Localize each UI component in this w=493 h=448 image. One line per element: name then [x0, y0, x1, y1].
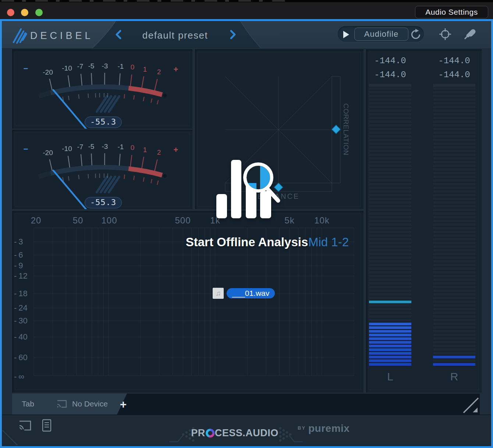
- svg-text:-20: -20: [43, 68, 53, 76]
- svg-text:−: −: [24, 144, 28, 154]
- meter-segment: [369, 348, 411, 351]
- meter-segment: [369, 216, 411, 218]
- zoom-button[interactable]: [35, 9, 43, 16]
- meter-segment: [433, 183, 475, 185]
- add-tab-button[interactable]: +: [120, 398, 127, 411]
- preset-name[interactable]: default preset: [142, 30, 208, 41]
- meter-segment: [433, 110, 475, 112]
- svg-text:0: 0: [131, 144, 135, 151]
- db-label: -3: [14, 237, 30, 247]
- meter-segment: [433, 337, 475, 340]
- svg-text:2: 2: [157, 68, 161, 76]
- meter-segment: [433, 161, 475, 163]
- process-audio-ring-icon: [206, 429, 214, 437]
- preset-next-icon[interactable]: [229, 29, 237, 40]
- meter-segment: [433, 132, 475, 134]
- meter-segment: [369, 165, 411, 167]
- rms-readout-left: -144.0: [369, 70, 411, 80]
- meter-segment: [369, 205, 411, 207]
- meter-segment: [369, 117, 411, 119]
- minimize-button[interactable]: [21, 9, 28, 16]
- db-label: -30: [14, 316, 30, 326]
- offline-analysis-icon[interactable]: [206, 154, 287, 222]
- meter-segment: [433, 304, 475, 307]
- meter-segment: [433, 205, 475, 207]
- meter-segment: [369, 260, 411, 262]
- meter-segment: [369, 319, 411, 321]
- start-offline-analysis-button[interactable]: Start Offline Analysis: [186, 235, 308, 249]
- svg-text:-3: -3: [102, 62, 108, 70]
- audiofile-button[interactable]: Audiofile: [354, 28, 408, 41]
- meter-segment: [369, 286, 411, 288]
- meter-segment: [369, 91, 411, 93]
- meter-segment: [433, 249, 475, 251]
- meter-segment: [369, 143, 411, 145]
- svg-text:-10: -10: [62, 64, 72, 72]
- meter-segment: [433, 330, 475, 332]
- freq-label: 10k: [314, 215, 330, 226]
- audio-file-icon: ♫: [213, 288, 224, 299]
- svg-text:1: 1: [143, 146, 147, 154]
- meter-segment: [369, 128, 411, 130]
- target-icon[interactable]: [439, 28, 452, 41]
- meter-segment: [433, 356, 475, 358]
- meter-segment: [369, 249, 411, 251]
- meter-segment: [433, 84, 475, 87]
- meter-segment: [433, 91, 475, 93]
- rms-readout-right: -144.0: [433, 70, 475, 80]
- meter-segment: [369, 150, 411, 152]
- meter-segment: [433, 223, 475, 226]
- resize-handle[interactable]: [462, 397, 479, 414]
- close-button[interactable]: [7, 9, 14, 16]
- eyedropper-icon[interactable]: [463, 28, 476, 41]
- db-label: -6: [14, 250, 30, 260]
- window-border-right: [491, 19, 493, 448]
- meter-segment: [433, 135, 475, 137]
- meter-segment: [433, 293, 475, 295]
- meter-segment: [369, 334, 411, 336]
- meter-segment: [369, 179, 411, 182]
- audio-file-chip[interactable]: ___01.wav: [227, 288, 275, 298]
- meter-segment: [433, 363, 475, 366]
- meter-segment: [433, 106, 475, 108]
- meter-segment: [369, 326, 411, 329]
- meter-segment: [369, 264, 411, 266]
- meter-segment: [369, 212, 411, 215]
- db-label: -12: [14, 271, 30, 281]
- device-status: No Device: [72, 399, 108, 408]
- meter-segment: [433, 312, 475, 314]
- svg-text:−: −: [24, 64, 28, 73]
- meter-segment: [433, 157, 475, 160]
- meter-segment: [369, 238, 411, 240]
- log-icon[interactable]: [41, 419, 52, 433]
- reload-icon[interactable]: [410, 29, 422, 40]
- title-bar: Audio Settings: [0, 2, 493, 19]
- meter-segment: [369, 187, 411, 189]
- meter-segment: [433, 113, 475, 115]
- meter-segment: [433, 301, 475, 303]
- meter-segment: [369, 253, 411, 255]
- preset-prev-icon[interactable]: [114, 29, 123, 40]
- correlation-marker: [332, 125, 341, 134]
- meter-segment: [369, 290, 411, 292]
- meter-segment: [369, 293, 411, 295]
- freq-label: 100: [101, 215, 117, 226]
- meter-segment: [433, 209, 475, 211]
- play-button[interactable]: [343, 31, 350, 39]
- meter-segment: [369, 323, 411, 325]
- meter-segment: [369, 139, 411, 141]
- svg-text:-7: -7: [77, 143, 84, 151]
- meter-segment: [433, 334, 475, 336]
- meter-segment: [433, 172, 475, 174]
- meter-segment: [369, 172, 411, 174]
- svg-text:-3: -3: [102, 143, 108, 150]
- meter-segment: [369, 84, 411, 87]
- tab-active[interactable]: Tab No Device: [12, 394, 127, 415]
- tab-label[interactable]: Tab: [22, 399, 34, 408]
- meter-segment: [369, 106, 411, 108]
- meter-segment: [433, 275, 475, 277]
- meter-segment: [369, 359, 411, 362]
- vu-value-left: -55.3: [85, 117, 122, 128]
- audio-settings-button[interactable]: Audio Settings: [415, 6, 488, 18]
- svg-text:-5: -5: [88, 62, 95, 70]
